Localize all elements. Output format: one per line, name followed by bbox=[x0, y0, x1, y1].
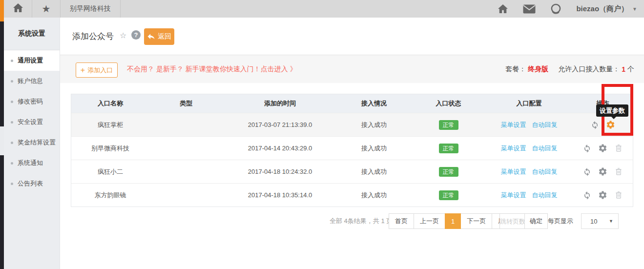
sidebar-item-change-password[interactable]: 修改密码 bbox=[4, 91, 60, 112]
table-row: 东方韵眼镜 2017-04-18 10:35:14.0 接入成功 正常 菜单设置… bbox=[71, 183, 633, 207]
menu-settings-link[interactable]: 菜单设置 bbox=[501, 191, 526, 200]
sidebar-item-bonus-settlement[interactable]: 奖金结算设置 bbox=[4, 132, 60, 153]
column-header: 类型 bbox=[149, 99, 223, 108]
user-menu[interactable]: biezao（商户） ▼ bbox=[576, 4, 637, 14]
sidebar-item-label: 修改密码 bbox=[18, 97, 43, 106]
refresh-icon[interactable] bbox=[582, 190, 592, 200]
column-header: 接入情况 bbox=[337, 99, 411, 108]
auto-reply-link[interactable]: 自动回复 bbox=[532, 191, 558, 200]
sidebar-item-label: 奖金结算设置 bbox=[18, 138, 56, 147]
per-page-value: 10 bbox=[590, 218, 597, 225]
plan-info: 套餐： 终身版 允许入口接入数量： 1 个 bbox=[505, 55, 634, 83]
menu-settings-link[interactable]: 菜单设置 bbox=[501, 144, 526, 153]
star-icon: ★ bbox=[42, 4, 51, 14]
sidebar-item-security-settings[interactable]: 安全设置 bbox=[4, 112, 60, 132]
jump-page-input[interactable] bbox=[499, 213, 525, 229]
current-page-button[interactable]: 1 bbox=[445, 213, 461, 229]
main-content: 添加公众号 ☆ ? 返回 + 添加入口 不会用？ 是新手？ 新手课堂教你快速入门… bbox=[60, 18, 644, 269]
entry-name: 别早微商科技 bbox=[71, 144, 149, 153]
rail-scrollbar-thumb[interactable] bbox=[0, 126, 4, 155]
bullet-icon bbox=[11, 162, 13, 165]
toolbar: + 添加入口 不会用？ 是新手？ 新手课堂教你快速入门！点击进入 》 套餐： 终… bbox=[60, 55, 644, 83]
per-page-label: 每页显示 bbox=[548, 213, 573, 229]
topbar: ★ 别早网络科技 biezao（商户） ▼ bbox=[0, 0, 644, 18]
gear-icon[interactable] bbox=[598, 144, 607, 153]
sidebar-item-label: 安全设置 bbox=[18, 118, 43, 126]
plan-label: 套餐： bbox=[505, 65, 526, 74]
trash-icon[interactable] bbox=[614, 190, 623, 200]
quota-unit: 个 bbox=[627, 65, 634, 74]
entry-name: 东方韵眼镜 bbox=[71, 191, 149, 200]
home-icon[interactable] bbox=[498, 4, 508, 14]
refresh-icon[interactable] bbox=[590, 120, 600, 129]
sidebar-item-system-notice[interactable]: 系统通知 bbox=[4, 153, 60, 173]
bullet-icon bbox=[11, 142, 13, 144]
entry-name: 疯狂掌柜 bbox=[71, 121, 149, 129]
auto-reply-link[interactable]: 自动回复 bbox=[532, 167, 558, 176]
star-outline-icon[interactable]: ☆ bbox=[120, 31, 126, 40]
page-button-group: 首页 上一页 1 下一页 尾页 bbox=[389, 213, 517, 229]
gear-icon[interactable] bbox=[598, 167, 607, 176]
topbar-company-tab[interactable]: 别早网络科技 bbox=[61, 0, 121, 18]
per-page-select[interactable]: 10 ▼ bbox=[581, 213, 619, 229]
auto-reply-link[interactable]: 自动回复 bbox=[532, 121, 558, 129]
support-icon[interactable] bbox=[550, 3, 561, 15]
refresh-icon[interactable] bbox=[582, 144, 592, 153]
entry-situation: 接入成功 bbox=[337, 167, 411, 176]
sidebar: 系统设置 通用设置 账户信息 修改密码 安全设置 奖金结算设置 系统通知 公告列… bbox=[4, 18, 60, 269]
status-badge: 正常 bbox=[439, 167, 458, 177]
page-header: 添加公众号 ☆ ? 返回 bbox=[60, 18, 644, 55]
status-badge: 正常 bbox=[439, 120, 458, 130]
auto-reply-link[interactable]: 自动回复 bbox=[532, 144, 558, 153]
entries-table: 入口名称 类型 添加的时间 接入情况 入口状态 入口配置 操作 疯狂掌柜 201… bbox=[71, 94, 633, 207]
back-button[interactable]: 返回 bbox=[144, 28, 174, 45]
reply-arrow-icon bbox=[147, 33, 155, 41]
table-row: 疯狂掌柜 2017-03-07 21:13:39.0 接入成功 正常 菜单设置 … bbox=[71, 113, 633, 136]
user-name: biezao（商户） bbox=[576, 4, 628, 14]
back-button-label: 返回 bbox=[158, 32, 171, 41]
help-icon[interactable]: ? bbox=[131, 30, 141, 40]
home-icon bbox=[13, 3, 23, 15]
topbar-tab-favorites[interactable]: ★ bbox=[32, 0, 61, 18]
prev-page-button[interactable]: 上一页 bbox=[414, 213, 445, 229]
left-rail bbox=[0, 0, 4, 269]
entry-time: 2017-04-18 10:35:14.0 bbox=[223, 191, 337, 199]
next-page-button[interactable]: 下一页 bbox=[460, 213, 492, 229]
add-entry-button[interactable]: + 添加入口 bbox=[76, 62, 118, 78]
pagination: 全部 4条结果，共 1 页 首页 上一页 1 下一页 尾页 确定 每页显示 10… bbox=[60, 213, 644, 229]
confirm-button[interactable]: 确定 bbox=[524, 213, 548, 229]
column-header: 入口名称 bbox=[71, 99, 149, 108]
entry-situation: 接入成功 bbox=[337, 191, 411, 200]
sidebar-item-account-info[interactable]: 账户信息 bbox=[4, 71, 60, 91]
status-badge: 正常 bbox=[439, 144, 458, 153]
sidebar-item-announcement-list[interactable]: 公告列表 bbox=[4, 173, 60, 194]
results-summary: 全部 4条结果，共 1 页 bbox=[330, 213, 393, 229]
bullet-icon bbox=[11, 121, 13, 124]
topbar-right: biezao（商户） ▼ bbox=[498, 0, 637, 18]
bullet-icon bbox=[11, 60, 13, 62]
set-parameters-tooltip: 设置参数 bbox=[596, 104, 628, 117]
quota-label: 允许入口接入数量： bbox=[558, 65, 620, 74]
entry-situation: 接入成功 bbox=[337, 144, 411, 153]
newbie-notice-link[interactable]: 不会用？ 是新手？ 新手课堂教你快速入门！点击进入 》 bbox=[127, 55, 297, 83]
table-row: 疯狂小二 2017-04-18 10:24:32.0 接入成功 正常 菜单设置 … bbox=[71, 160, 633, 183]
caret-down-icon: ▼ bbox=[609, 219, 613, 224]
add-entry-label: 添加入口 bbox=[87, 66, 113, 75]
trash-icon[interactable] bbox=[614, 144, 623, 153]
quota-value: 1 bbox=[622, 65, 625, 73]
first-page-button[interactable]: 首页 bbox=[389, 213, 414, 229]
sidebar-item-label: 通用设置 bbox=[18, 56, 43, 65]
trash-icon[interactable] bbox=[614, 167, 623, 176]
company-tab-label: 别早网络科技 bbox=[70, 4, 111, 13]
caret-down-icon: ▼ bbox=[632, 6, 637, 12]
refresh-icon[interactable] bbox=[582, 167, 592, 176]
sidebar-item-general-settings[interactable]: 通用设置 bbox=[4, 50, 60, 71]
plus-icon: + bbox=[81, 66, 85, 74]
status-badge: 正常 bbox=[439, 190, 458, 200]
topbar-tab-home[interactable] bbox=[4, 0, 32, 18]
mail-icon[interactable] bbox=[523, 4, 536, 14]
menu-settings-link[interactable]: 菜单设置 bbox=[501, 121, 526, 129]
gear-icon[interactable] bbox=[598, 190, 607, 200]
sidebar-item-label: 系统通知 bbox=[18, 159, 43, 167]
menu-settings-link[interactable]: 菜单设置 bbox=[501, 167, 526, 176]
